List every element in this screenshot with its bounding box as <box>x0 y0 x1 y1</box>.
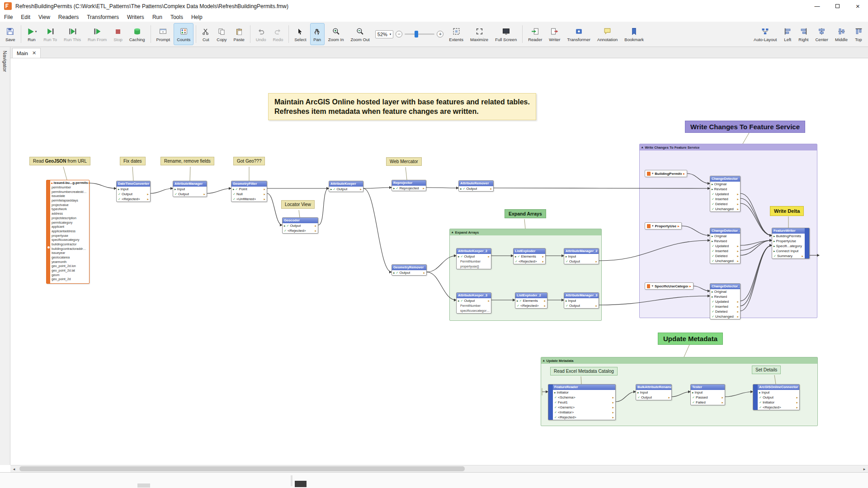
node-port-Output[interactable]: ▸✓Output▸ <box>457 298 491 303</box>
node-port-Connect Input[interactable]: ▸Connect Input <box>772 249 805 253</box>
menu-view[interactable]: View <box>34 12 54 22</box>
bookmark-header-write-changes-to-feature-service[interactable]: ▴Write Changes To Feature Service <box>640 144 817 150</box>
annotation-rename-remove-fields[interactable]: Rename, remove fields <box>160 157 214 165</box>
feature-type-BuildingPermits[interactable]: ▾BuildingPermits▸ <box>645 170 687 177</box>
tab-main[interactable]: Main ✕ <box>12 48 41 58</box>
node-port-Revised[interactable]: ▸Revised <box>710 294 740 299</box>
zoom-slider-thumb[interactable] <box>415 31 418 38</box>
collapse-icon[interactable]: ▾ <box>651 284 653 288</box>
copy-button[interactable]: Copy <box>213 23 230 45</box>
auto-layout-button[interactable]: Auto-Layout <box>750 23 780 45</box>
transformer-ChangeDetector_3[interactable]: ChangeDetector_3▸Original▸Revised✓Update… <box>710 283 741 319</box>
reader-feature-type[interactable]: ▴issued-bu...g-permits▸permitnumberpermi… <box>46 180 90 284</box>
undo-button[interactable]: Undo <box>253 23 269 45</box>
node-port-Input[interactable]: ▸Input <box>564 298 599 303</box>
node-port-Output[interactable]: ▸✓Output▸ <box>329 187 363 192</box>
transformer-AttributeKeeper[interactable]: AttributeKeeper▸✓Output▸ <box>329 181 363 192</box>
attribute-row[interactable]: typeofwork <box>50 207 89 211</box>
align-middle-button[interactable]: Middle <box>832 23 851 45</box>
menu-writers[interactable]: Writers <box>123 12 148 22</box>
select-tool-button[interactable]: Select <box>291 23 309 45</box>
node-port-Original[interactable]: ▸Original <box>710 234 740 239</box>
node-port-Output[interactable]: ✓Output▸ <box>564 259 599 264</box>
attribute-row[interactable]: projectdescription <box>50 216 89 221</box>
collapse-icon[interactable]: ▾ <box>652 224 654 228</box>
collapse-icon[interactable]: ▾ <box>652 172 654 175</box>
attribute-row[interactable]: geolocalarea <box>50 255 89 260</box>
annotation-web-mercator[interactable]: Web Mercator <box>386 157 422 166</box>
run-from-button[interactable]: Run From <box>85 23 110 45</box>
run-to-button[interactable]: Run To <box>40 23 60 45</box>
node-port-Inserted[interactable]: ✓Inserted▸ <box>710 197 740 202</box>
attribute-row[interactable]: geo_point_2d <box>50 277 89 282</box>
horizontal-scrollbar[interactable]: ◂ ▸ <box>10 465 868 472</box>
transformer-DateTimeConverter[interactable]: DateTimeConverter▸Input✓Output▸✓<Rejecte… <box>116 181 151 202</box>
node-port-Updated[interactable]: ✓Updated▸ <box>710 192 740 197</box>
annotation-fix-dates[interactable]: Fix dates <box>120 157 146 165</box>
transformer-FeatureWriter[interactable]: FeatureWriter▸BuildingPermits▸PropertyUs… <box>772 228 810 259</box>
prompt-button[interactable]: Prompt <box>153 23 174 45</box>
bookmark-header-update-metadata[interactable]: ▴Update Metadata <box>541 357 817 364</box>
pan-tool-toggle[interactable]: Pan <box>310 23 325 45</box>
attribute-row[interactable]: applicantaddress <box>50 229 89 234</box>
navigator-dock-tab[interactable]: Navigator <box>0 47 10 465</box>
node-port-Updated[interactable]: ✓Updated▸ <box>710 244 740 249</box>
transformer-FeatureReader[interactable]: FeatureReader▸Initiator✓<Schema>▸✓Feuil1… <box>548 384 616 420</box>
node-port-Specifi...ategory[interactable]: ▸Specifi...ategory <box>772 244 805 249</box>
node-port-Initiator[interactable]: ✓Initiator▸ <box>758 400 799 405</box>
attribute-row[interactable]: geo_point_2d.lon <box>50 264 89 268</box>
node-port-Output[interactable]: ✓Output▸ <box>758 395 799 400</box>
zoom-plus-button[interactable]: + <box>437 31 443 38</box>
transformer-AttributeKeeper_2[interactable]: AttributeKeeper_2▸✓Output▸PermitNumberpr… <box>456 248 491 269</box>
stop-button[interactable]: Stop <box>110 23 126 45</box>
node-port-Deleted[interactable]: ✓Deleted▸ <box>710 253 740 258</box>
node-port-Elements[interactable]: ▸✓Elements▸ <box>515 298 547 303</box>
attribute-row[interactable]: permitelapseddays <box>50 198 89 203</box>
caching-button[interactable]: Caching <box>126 23 148 45</box>
node-port-Elements[interactable]: ▸✓Elements▸ <box>514 254 545 259</box>
node-port-Passed[interactable]: ✓Passed▸ <box>691 395 725 400</box>
node-port-Input[interactable]: ▸Input <box>636 390 671 395</box>
node-port-Output[interactable]: ✓Output▸ <box>117 192 150 197</box>
annotation-update-metadata-title[interactable]: Update Metadata <box>658 333 723 345</box>
transformer-Geocoder[interactable]: Geocoder▸✓Output▸✓<Rejected>▸ <box>282 217 318 234</box>
node-port-Failed[interactable]: ✓Failed▸ <box>691 400 725 405</box>
menu-transformers[interactable]: Transformers <box>83 12 123 22</box>
node-port-Rejected[interactable]: ✓<Rejected>▸ <box>515 303 547 308</box>
node-port-Input[interactable]: ▸Input <box>564 254 599 259</box>
transformer-Tester[interactable]: Tester▸Input✓Passed▸✓Failed▸ <box>690 384 725 405</box>
node-port-Rejected[interactable]: ✓<Rejected>▸ <box>514 259 545 264</box>
run-dropdown-caret[interactable]: ▾ <box>35 30 37 33</box>
scroll-right-arrow[interactable]: ▸ <box>861 467 868 471</box>
attribute-row[interactable]: buildingcontractoraddress <box>50 247 89 251</box>
zoom-slider[interactable] <box>405 33 434 35</box>
reader-title[interactable]: ▴issued-bu...g-permits▸ <box>50 180 89 185</box>
node-port-Deleted[interactable]: ✓Deleted▸ <box>710 202 740 206</box>
transformer-AttributeKeeper_3[interactable]: AttributeKeeper_3▸✓Output▸PermitNumbersp… <box>456 292 491 314</box>
attribute-row[interactable]: issuedate <box>50 194 89 198</box>
node-port-Input[interactable]: ▸Input <box>691 390 725 395</box>
transformer-Reprojector[interactable]: Reprojector▸✓Reprojected▸ <box>392 180 426 191</box>
close-button[interactable]: × <box>848 0 868 12</box>
node-port-Unchanged[interactable]: ✓Unchanged▸ <box>710 206 740 211</box>
transformer-AttributeManager_3[interactable]: AttributeManager_3▸Input✓Output▸ <box>564 292 599 309</box>
node-port-Input[interactable]: ▸Input <box>173 187 207 192</box>
connection-wire[interactable] <box>426 188 458 188</box>
align-center-button[interactable]: Center <box>812 23 831 45</box>
transformer-ChangeDetector[interactable]: ChangeDetector▸Original▸Revised✓Updated▸… <box>710 176 741 212</box>
transformer-GeometryFilter[interactable]: GeometryFilter▸✓Point▸✓Null▸✓<Unfiltered… <box>231 181 267 202</box>
add-bookmark-button[interactable]: Bookmark <box>621 23 647 45</box>
node-port-Point[interactable]: ▸✓Point▸ <box>231 187 267 192</box>
redo-button[interactable]: Redo <box>270 23 287 45</box>
annotation-set-details[interactable]: Set Details <box>752 366 781 374</box>
close-tab-icon[interactable]: ✕ <box>32 50 36 56</box>
attribute-row[interactable]: specificusecategory <box>50 238 89 242</box>
collapse-icon[interactable]: ▴ <box>51 181 53 185</box>
scrollbar-track[interactable] <box>18 465 861 472</box>
maximize-canvas-button[interactable]: Maximize <box>467 23 491 45</box>
add-annotation-button[interactable]: Annotation <box>594 23 621 45</box>
zoom-in-button[interactable]: Zoom In <box>325 23 347 45</box>
transformer-ChangeDetector_2[interactable]: ChangeDetector_2▸Original▸Revised✓Update… <box>710 228 741 264</box>
node-port-Summary[interactable]: ✓Summary▸ <box>772 253 805 258</box>
menu-file[interactable]: File <box>0 12 17 22</box>
